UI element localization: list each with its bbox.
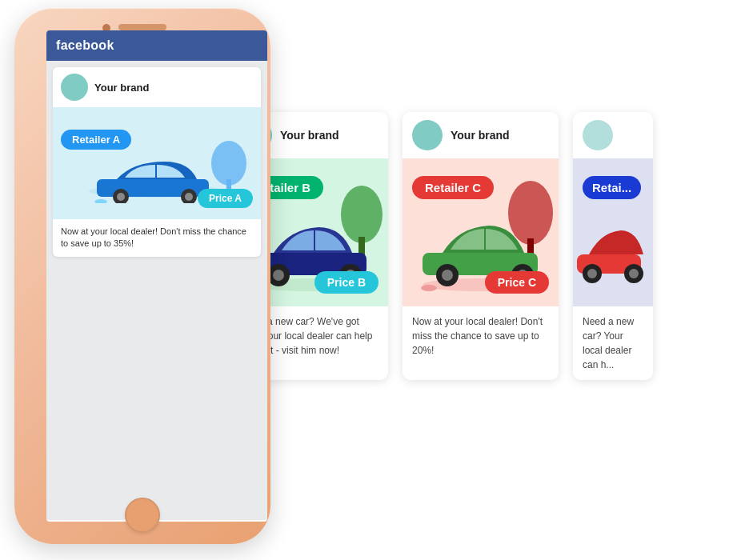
- big-card-text-c: Now at your local dealer! Don't miss the…: [403, 306, 559, 366]
- phone-card-header-a: Your brand: [53, 67, 261, 107]
- big-brand-name-b: Your brand: [280, 129, 339, 142]
- cards-area: Your brand Retailer B: [232, 112, 653, 380]
- big-price-label-b: Price B: [314, 271, 379, 294]
- phone-device: facebook Your brand Retailer A: [0, 0, 288, 560]
- svg-point-25: [442, 270, 453, 281]
- svg-point-34: [629, 269, 639, 278]
- phone-content[interactable]: Your brand Retailer A: [46, 61, 267, 520]
- phone-brand-name-a: Your brand: [94, 82, 149, 94]
- svg-point-28: [421, 285, 437, 291]
- svg-point-10: [341, 186, 383, 243]
- phone-ad-card-a: Your brand Retailer A: [53, 67, 261, 257]
- scene: facebook Your brand Retailer A: [0, 0, 745, 560]
- big-brand-name-c: Your brand: [451, 129, 510, 142]
- partial-avatar-d: [583, 120, 613, 150]
- svg-point-7: [185, 193, 193, 201]
- big-card-header-c: Your brand: [403, 112, 559, 158]
- partial-retailer-label-d: Retai...: [583, 176, 641, 199]
- svg-point-20: [508, 181, 553, 245]
- big-price-label-c: Price C: [485, 271, 549, 294]
- big-retailer-label-c: Retailer C: [412, 176, 494, 199]
- facebook-label: facebook: [56, 38, 114, 52]
- big-brand-avatar-c: [412, 120, 443, 150]
- phone-outer: facebook Your brand Retailer A: [14, 8, 270, 544]
- phone-retailer-label-a: Retailer A: [61, 130, 131, 150]
- phone-card-image-a: Retailer A: [53, 107, 261, 219]
- phone-card-text-a: Now at your local dealer! Don't miss the…: [53, 219, 261, 257]
- partial-image-d: Retai...: [573, 158, 653, 306]
- svg-point-0: [211, 141, 246, 186]
- phone-screen: facebook Your brand Retailer A: [46, 30, 267, 522]
- big-card-image-c: Retailer C: [403, 158, 559, 306]
- partial-card-text-d: Need a new car? Your local dealer can h.…: [573, 306, 653, 380]
- svg-point-32: [587, 269, 597, 278]
- facebook-bar: facebook: [46, 30, 267, 61]
- ad-card-c: Your brand Retailer C: [403, 112, 559, 380]
- svg-point-5: [117, 193, 125, 201]
- phone-price-label-a: Price A: [198, 189, 253, 208]
- ad-card-d: Retai... Need a new car? Your local deal…: [573, 112, 653, 380]
- phone-home-button[interactable]: [125, 498, 160, 533]
- phone-brand-avatar-a: [61, 74, 88, 101]
- svg-point-8: [94, 199, 107, 203]
- partial-header-d: [573, 112, 653, 158]
- phone-speaker: [118, 24, 166, 30]
